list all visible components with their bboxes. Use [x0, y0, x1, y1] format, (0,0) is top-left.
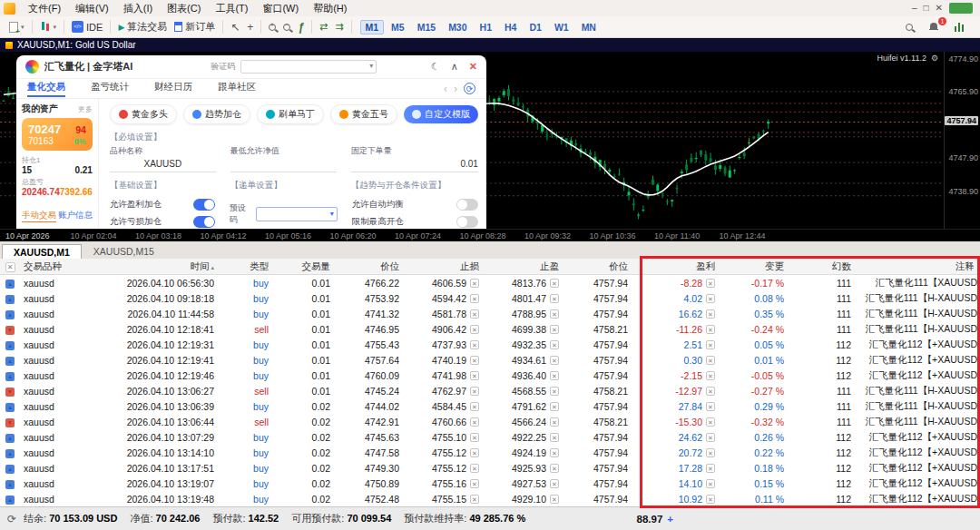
close-order-icon[interactable]: ✕ — [706, 325, 715, 334]
close-panel-icon[interactable]: ✕ — [5, 262, 15, 272]
account-info-link[interactable]: 账户信息 — [58, 210, 93, 222]
table-row[interactable]: ▲xauusd2026.04.10 13:17:51buy0.024749.30… — [0, 460, 980, 476]
column-header[interactable]: 变更 — [720, 260, 789, 273]
close-order-icon[interactable]: ✕ — [550, 279, 559, 288]
ide-button[interactable]: </>IDE — [68, 19, 106, 34]
column-header[interactable]: 止盈 — [485, 260, 564, 273]
close-order-icon[interactable]: ✕ — [470, 294, 479, 303]
code-input[interactable]: ▾ — [240, 60, 377, 74]
timeframe-w1[interactable]: W1 — [549, 20, 574, 34]
close-order-icon[interactable]: ✕ — [706, 279, 715, 288]
indicators-icon[interactable]: ƒ — [294, 19, 308, 35]
column-header[interactable]: 盈利 — [633, 260, 720, 273]
close-order-icon[interactable]: ✕ — [706, 464, 715, 473]
algo-trading-button[interactable]: ▶算法交易 — [114, 18, 171, 35]
close-order-icon[interactable]: ✕ — [550, 371, 559, 380]
menu-item[interactable]: 帮助(H) — [306, 1, 354, 16]
toggle-switch[interactable] — [456, 199, 478, 211]
collapse-icon[interactable]: ∧ — [451, 61, 458, 73]
close-order-icon[interactable]: ✕ — [706, 371, 715, 380]
close-order-icon[interactable]: ✕ — [470, 417, 479, 427]
table-row[interactable]: ▲xauusd2026.04.10 12:19:31buy0.014755.43… — [0, 337, 980, 352]
table-row[interactable]: ▲xauusd2026.04.10 12:19:41buy0.014757.64… — [0, 352, 980, 368]
maximize-button[interactable]: □ — [924, 3, 929, 14]
close-order-icon[interactable]: ✕ — [550, 325, 559, 334]
column-header[interactable]: 价位 — [564, 260, 633, 273]
new-order-button[interactable]: 新订单 — [171, 18, 219, 35]
close-order-icon[interactable]: ✕ — [470, 495, 479, 504]
close-order-icon[interactable]: ✕ — [550, 356, 559, 365]
table-row[interactable]: ▼xauusd2026.04.10 13:06:44sell0.024742.9… — [0, 414, 980, 429]
close-order-icon[interactable]: ✕ — [470, 387, 479, 396]
close-order-icon[interactable]: ✕ — [550, 309, 559, 319]
time-axis[interactable]: 10 Apr 202610 Apr 02:0410 Apr 03:1810 Ap… — [0, 229, 980, 241]
column-header[interactable]: 交易量 — [274, 260, 336, 273]
close-order-icon[interactable]: ✕ — [706, 433, 715, 442]
timeframe-mn[interactable]: MN — [576, 20, 602, 34]
crosshair-tool-icon[interactable]: + — [243, 19, 257, 35]
close-order-icon[interactable]: ✕ — [550, 340, 559, 349]
chart-tab-xauusd-m1[interactable]: XAUUSD,M1 — [2, 244, 82, 259]
zoom-out-icon[interactable] — [279, 22, 294, 33]
close-order-icon[interactable]: ✕ — [706, 294, 715, 303]
table-row[interactable]: ▲xauusd2026.04.10 13:19:48buy0.024752.48… — [0, 491, 980, 506]
close-order-icon[interactable]: ✕ — [470, 433, 479, 442]
close-order-icon[interactable]: ✕ — [470, 448, 479, 457]
table-row[interactable]: ▼xauusd2026.04.10 13:06:27sell0.014745.2… — [0, 383, 980, 398]
close-order-icon[interactable]: ✕ — [550, 464, 559, 473]
close-order-icon[interactable]: ✕ — [706, 448, 715, 457]
close-order-icon[interactable]: ✕ — [706, 402, 715, 411]
close-order-icon[interactable]: ✕ — [550, 402, 559, 411]
close-order-icon[interactable]: ✕ — [470, 356, 479, 365]
toggle-switch[interactable] — [456, 216, 478, 228]
close-order-icon[interactable]: ✕ — [470, 340, 479, 349]
close-order-icon[interactable]: ✕ — [550, 448, 559, 457]
chart-area[interactable]: 4774.904765.904757.944747.904738.90 Huif… — [0, 52, 980, 229]
close-order-icon[interactable]: ✕ — [470, 464, 479, 473]
chart-shift-icon[interactable]: ⇉ — [331, 19, 347, 34]
table-row[interactable]: ▲xauusd2026.04.10 12:19:46buy0.014760.09… — [0, 368, 980, 383]
close-order-icon[interactable]: ✕ — [470, 309, 479, 319]
quick-order-button[interactable]: ▾ — [5, 20, 28, 34]
menu-item[interactable]: 文件(F) — [21, 1, 68, 16]
column-header[interactable]: 交易品种 — [20, 260, 83, 273]
menu-item[interactable]: 插入(I) — [116, 1, 160, 16]
close-order-icon[interactable]: ✕ — [550, 417, 559, 427]
timeframe-d1[interactable]: D1 — [524, 20, 546, 34]
column-header[interactable]: 止损 — [405, 260, 485, 273]
tab-prev-icon[interactable]: ‹ — [444, 83, 447, 95]
close-order-icon[interactable]: ✕ — [550, 479, 559, 488]
menu-item[interactable]: 图表(C) — [160, 1, 208, 16]
menu-item[interactable]: 工具(T) — [208, 1, 255, 16]
more-link[interactable]: 更多 — [78, 104, 93, 114]
timeframe-m15[interactable]: M15 — [412, 20, 441, 34]
tab-next-icon[interactable]: › — [454, 83, 457, 95]
strategy-button[interactable]: 趋势加仓 — [183, 104, 250, 124]
symbol-input[interactable]: XAUUSD — [110, 159, 216, 172]
close-order-icon[interactable]: ✕ — [706, 356, 715, 365]
manual-trade-link[interactable]: 手动交易 — [22, 210, 56, 222]
close-order-icon[interactable]: ✕ — [706, 495, 715, 504]
timeframe-h4[interactable]: H4 — [499, 20, 522, 34]
dialog-tab[interactable]: 盈亏统计 — [91, 81, 129, 97]
table-row[interactable]: ▲xauusd2026.04.10 13:06:39buy0.024744.02… — [0, 398, 980, 414]
chart-tab-xauusd-m15[interactable]: XAUUSD,M15 — [82, 243, 166, 259]
table-row[interactable]: ▲xauusd2026.04.10 11:44:58buy0.014741.32… — [0, 306, 980, 321]
refresh-icon[interactable]: ⟳ — [464, 83, 475, 94]
toggle-switch[interactable] — [193, 216, 215, 228]
close-order-icon[interactable]: ✕ — [706, 479, 715, 488]
dialog-tab[interactable]: 财经日历 — [154, 81, 192, 97]
lot-input[interactable]: 0.01 — [351, 159, 478, 172]
close-order-icon[interactable]: ✕ — [470, 371, 479, 380]
dialog-tab[interactable]: 跟单社区 — [218, 81, 256, 97]
table-row[interactable]: ▲xauusd2026.04.10 13:14:10buy0.024747.58… — [0, 445, 980, 460]
search-icon[interactable] — [902, 22, 916, 33]
column-header[interactable]: 幻数 — [789, 260, 857, 273]
close-order-icon[interactable]: ✕ — [470, 479, 479, 488]
close-order-icon[interactable]: ✕ — [470, 402, 479, 411]
chart-window-titlebar[interactable]: XAUUSD,M1: Gold US Dollar — [0, 38, 980, 52]
zoom-in-icon[interactable] — [265, 22, 279, 33]
preset-select[interactable]: ▾ — [256, 207, 338, 221]
close-button[interactable]: ✕ — [936, 3, 943, 14]
min-equity-input[interactable] — [230, 159, 337, 172]
